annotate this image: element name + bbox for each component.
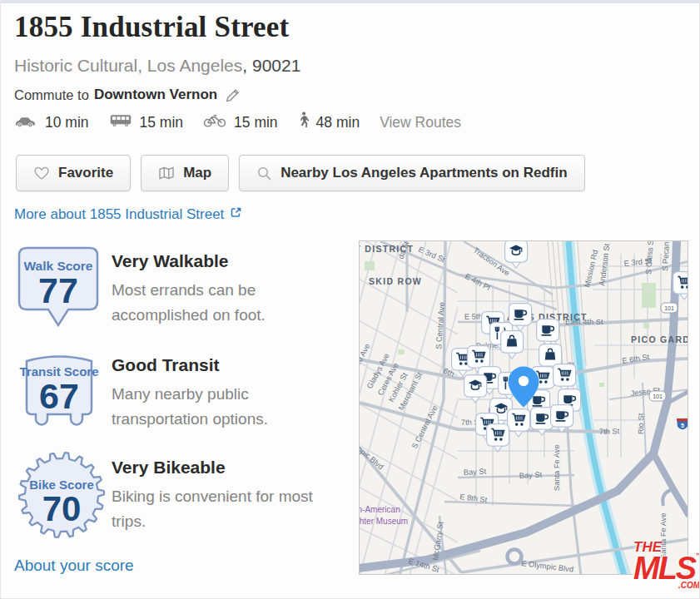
map-label: PICO GARDENS [631,334,688,344]
map-canvas: Y DISTRICTSKID ROWARTS DISTRICTPICO GARD… [360,241,688,575]
action-buttons-row: Favorite Map Nearby Los Angeles Apartmen… [16,155,585,191]
more-about-link[interactable]: More about 1855 Industrial Street [14,206,242,223]
svg-text:101: 101 [664,305,674,311]
walk-score-description: Most errands can be accomplished on foot… [112,278,328,328]
bus-time: 15 min [109,113,184,131]
bicycle-icon [203,113,226,131]
commute-prefix: Commute to [14,87,89,103]
search-icon [256,166,272,181]
map-label: 7th St [599,427,620,436]
favorite-button-label: Favorite [58,165,113,181]
map-label: African-American [360,505,400,514]
walk-time-label: 48 min [316,114,360,131]
bus-icon [109,113,132,131]
map-button[interactable]: Map [141,155,229,191]
heart-icon [33,166,50,181]
external-link-icon [230,206,242,223]
walk-time: 48 min [298,111,360,133]
about-your-score-link[interactable]: About your score [14,557,134,575]
pedestrian-icon [298,111,309,133]
walkscore-map[interactable]: Y DISTRICTSKID ROWARTS DISTRICTPICO GARD… [359,240,688,575]
transit-score-value: 67 [39,376,79,416]
zip-code: , 90021 [242,56,300,75]
map-label: Bay St [464,468,487,477]
interstate-5-shield: 5 [677,418,688,430]
route-101-shield: 101 [661,303,678,313]
more-about-link-label: More about 1855 Industrial Street [14,206,224,223]
walk-score-text: Very Walkable Most errands can be accomp… [112,251,328,328]
bike-score-value: 70 [42,489,82,528]
address-subtitle: Historic Cultural, Los Angeles, 90021 [14,56,300,76]
edit-pencil-icon[interactable] [225,87,241,103]
top-accent-bar [1,1,699,3]
bike-score-heading: Very Bikeable [112,458,328,478]
walk-score-badge: Walk Score 77 [16,245,102,329]
commute-line: Commute to Downtown Vernon [14,87,241,103]
bus-time-label: 15 min [140,114,184,131]
drive-time-label: 10 min [45,114,89,131]
svg-text:101: 101 [653,394,663,399]
map-background [360,241,688,575]
bike-time-label: 15 min [234,114,278,131]
map-label: Bay St [519,471,543,480]
trademark-symbol: ™ [695,552,700,560]
map-label: East 4th St [565,318,603,326]
svg-text:5: 5 [681,423,684,428]
nearby-apartments-label: Nearby Los Angeles Apartments on Redfin [280,165,567,181]
transit-score-heading: Good Transit [112,355,328,375]
bike-score-text: Very Bikeable Biking is convenient for m… [112,458,328,534]
page-title: 1855 Industrial Street [14,11,289,44]
commute-times-row: 10 min 15 min 15 min 48 min View Routes [14,111,461,133]
favorite-button[interactable]: Favorite [16,155,131,191]
bike-time: 15 min [203,113,278,131]
map-button-label: Map [183,165,211,181]
commute-destination: Downtown Vernon [94,87,217,103]
transit-score-description: Many nearby public transportation option… [112,382,328,432]
neighborhood-city: Historic Cultural, Los Angeles [14,56,242,75]
nearby-apartments-button[interactable]: Nearby Los Angeles Apartments on Redfin [239,155,584,191]
walk-score-value: 77 [38,270,78,310]
car-icon [14,113,37,131]
route-101-shield: 101 [649,391,666,401]
map-label: Santa Fe Ave [553,444,561,491]
folded-map-icon [158,166,175,181]
bike-score-description: Biking is convenient for most trips. [112,484,328,534]
bike-score-badge: Bike Score 70 [16,451,107,539]
walk-score-heading: Very Walkable [112,251,328,271]
map-label: Firefighter Museum [360,517,408,526]
transit-score-text: Good Transit Many nearby public transpor… [112,355,328,432]
drive-time: 10 min [14,113,89,131]
map-label: SKID ROW [369,276,422,286]
mls-logo-mls: MLS™ [633,552,700,584]
view-routes-link[interactable]: View Routes [380,114,461,131]
transit-score-badge: Transit Score 67 [16,349,102,433]
the-mls-logo: THE MLS™ .COM [633,540,700,590]
map-label: Rio St [637,413,645,434]
